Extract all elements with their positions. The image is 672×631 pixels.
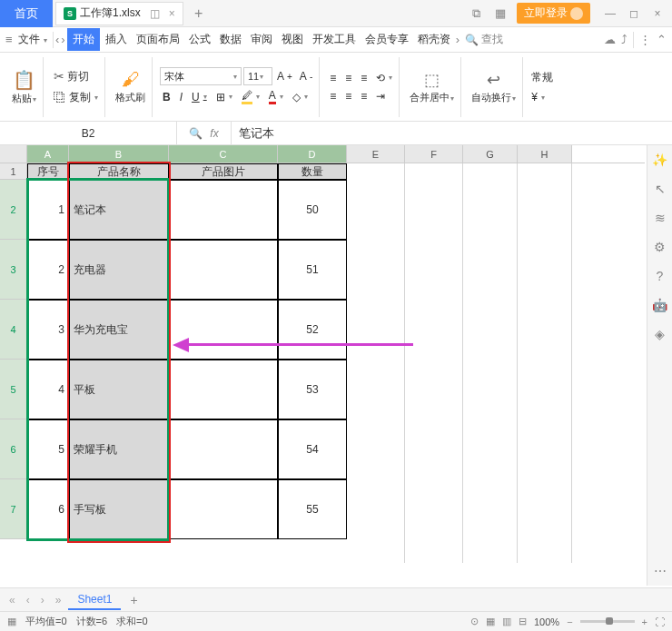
- currency-button[interactable]: ¥▾: [529, 89, 556, 105]
- cell-D6[interactable]: 54: [278, 419, 347, 479]
- underline-button[interactable]: U▾: [189, 89, 210, 105]
- align-top-button[interactable]: ≡: [327, 70, 339, 86]
- row-head-7[interactable]: 7: [0, 479, 27, 539]
- nav-prev-icon[interactable]: ‹: [55, 33, 59, 46]
- name-box[interactable]: B2: [0, 122, 177, 145]
- cells[interactable]: 序号 产品名称 产品图片 数量 1 笔记本 50 2 充电器 51 3 华为充电…: [27, 163, 645, 563]
- font-shrink-button[interactable]: A-: [297, 68, 315, 84]
- cloud-icon[interactable]: ☁: [604, 33, 616, 46]
- font-color-button[interactable]: A▾: [266, 87, 286, 106]
- login-button[interactable]: 立即登录: [517, 3, 590, 24]
- cell-C3[interactable]: [169, 240, 278, 300]
- maximize-button[interactable]: ◻: [627, 7, 641, 20]
- sheet-prev-icon[interactable]: ‹: [23, 594, 34, 606]
- border-button[interactable]: ⊞▾: [213, 89, 235, 105]
- tab-close-icon[interactable]: ×: [169, 7, 175, 20]
- align-bot-button[interactable]: ≡: [358, 70, 370, 86]
- cell-col-H[interactable]: [518, 163, 572, 563]
- cell-style-button[interactable]: ◇▾: [290, 89, 311, 105]
- view-normal-icon[interactable]: ▦: [486, 616, 495, 627]
- side-ai-icon[interactable]: ✨: [652, 153, 667, 167]
- fx-icon[interactable]: fx: [210, 127, 218, 140]
- tab-devtools[interactable]: 开发工具: [309, 30, 360, 49]
- minimize-button[interactable]: —: [603, 7, 618, 20]
- row-head-6[interactable]: 6: [0, 419, 27, 479]
- cell-D1[interactable]: 数量: [278, 163, 347, 180]
- indent-button[interactable]: ⇥: [373, 88, 388, 104]
- bold-button[interactable]: B: [160, 89, 173, 105]
- side-more-icon[interactable]: ⋯: [654, 564, 667, 578]
- cell-B7[interactable]: 手写板: [69, 479, 169, 539]
- cell-C2[interactable]: [169, 180, 278, 240]
- hamburger-icon[interactable]: ≡: [5, 33, 13, 46]
- align-mid-button[interactable]: ≡: [342, 70, 354, 86]
- cell-B1[interactable]: 产品名称: [69, 163, 169, 180]
- side-settings-icon[interactable]: ⚙: [654, 240, 666, 254]
- cell-C6[interactable]: [169, 419, 278, 479]
- merge-button[interactable]: ⬚ 合并居中▾: [407, 68, 457, 106]
- collapse-ribbon-icon[interactable]: ⌃: [657, 33, 667, 46]
- col-head-A[interactable]: A: [27, 145, 69, 163]
- paste-button[interactable]: 📋 粘贴▾: [9, 67, 39, 107]
- cell-col-G[interactable]: [463, 163, 518, 563]
- zoom-out-icon[interactable]: −: [567, 616, 572, 627]
- align-center-button[interactable]: ≡: [342, 88, 354, 104]
- search-box[interactable]: 🔍 查找: [465, 32, 503, 47]
- close-button[interactable]: ×: [650, 7, 665, 20]
- col-head-F[interactable]: F: [405, 145, 463, 163]
- cell-B2[interactable]: 笔记本: [69, 180, 169, 240]
- nav-next-icon[interactable]: ›: [61, 33, 64, 46]
- cell-C1[interactable]: 产品图片: [169, 163, 278, 180]
- tab-vip[interactable]: 会员专享: [361, 30, 412, 49]
- add-sheet-button[interactable]: +: [124, 593, 143, 607]
- col-head-G[interactable]: G: [463, 145, 518, 163]
- cell-D2[interactable]: 50: [278, 180, 347, 240]
- cell-D5[interactable]: 53: [278, 360, 347, 419]
- sheet-next-icon[interactable]: ›: [37, 594, 48, 606]
- tab-review[interactable]: 审阅: [247, 30, 276, 49]
- side-select-icon[interactable]: ↖: [655, 182, 666, 196]
- layout-icon[interactable]: ⧉: [469, 5, 484, 23]
- cell-A6[interactable]: 5: [27, 419, 69, 479]
- zoom-slider[interactable]: [580, 620, 635, 623]
- cell-C4[interactable]: [169, 300, 278, 360]
- cell-A4[interactable]: 3: [27, 300, 69, 360]
- row-head-3[interactable]: 3: [0, 240, 27, 300]
- file-tab[interactable]: S 工作簿1.xlsx ◫ ×: [55, 2, 183, 25]
- side-stack-icon[interactable]: ≋: [655, 211, 666, 225]
- tab-formula[interactable]: 公式: [185, 30, 214, 49]
- cell-A7[interactable]: 6: [27, 479, 69, 539]
- select-all-corner[interactable]: [0, 145, 27, 163]
- cell-D4[interactable]: 52: [278, 300, 347, 360]
- tab-data[interactable]: 数据: [216, 30, 245, 49]
- file-menu[interactable]: 文件 ▾: [15, 30, 51, 49]
- fill-color-button[interactable]: 🖉▾: [239, 87, 262, 106]
- row-head-2[interactable]: 2: [0, 180, 27, 240]
- view-break-icon[interactable]: ⊟: [519, 616, 527, 627]
- tab-page-layout[interactable]: 页面布局: [133, 30, 183, 49]
- zoom-level[interactable]: 100%: [534, 616, 559, 627]
- col-head-E[interactable]: E: [347, 145, 405, 163]
- cell-col-F[interactable]: [405, 163, 463, 563]
- cell-D3[interactable]: 51: [278, 240, 347, 300]
- copy-button[interactable]: ⿻复制▾: [51, 88, 101, 107]
- sheet-tab[interactable]: Sheet1: [68, 590, 121, 610]
- wrap-button[interactable]: ↩ 自动换行▾: [469, 68, 519, 106]
- cell-B6[interactable]: 荣耀手机: [69, 419, 169, 479]
- cell-A3[interactable]: 2: [27, 240, 69, 300]
- view-page-icon[interactable]: ▥: [502, 616, 511, 627]
- zoom-in-icon[interactable]: +: [642, 616, 647, 627]
- col-head-C[interactable]: C: [169, 145, 278, 163]
- cell-C7[interactable]: [169, 479, 278, 539]
- cut-button[interactable]: ✂剪切: [51, 67, 101, 86]
- add-tab-button[interactable]: +: [186, 2, 212, 25]
- font-size-select[interactable]: 11▾: [243, 67, 272, 85]
- format-painter-button[interactable]: 🖌 格式刷: [113, 67, 148, 106]
- kebab-icon[interactable]: ⋮: [639, 33, 651, 46]
- tab-view[interactable]: 视图: [278, 30, 307, 49]
- orient-button[interactable]: ⟲▾: [373, 70, 395, 86]
- align-right-button[interactable]: ≡: [358, 88, 370, 104]
- cell-B5[interactable]: 平板: [69, 360, 169, 419]
- status-focus-icon[interactable]: ⊙: [470, 616, 479, 627]
- tab-daoke[interactable]: 稻壳资: [414, 30, 454, 49]
